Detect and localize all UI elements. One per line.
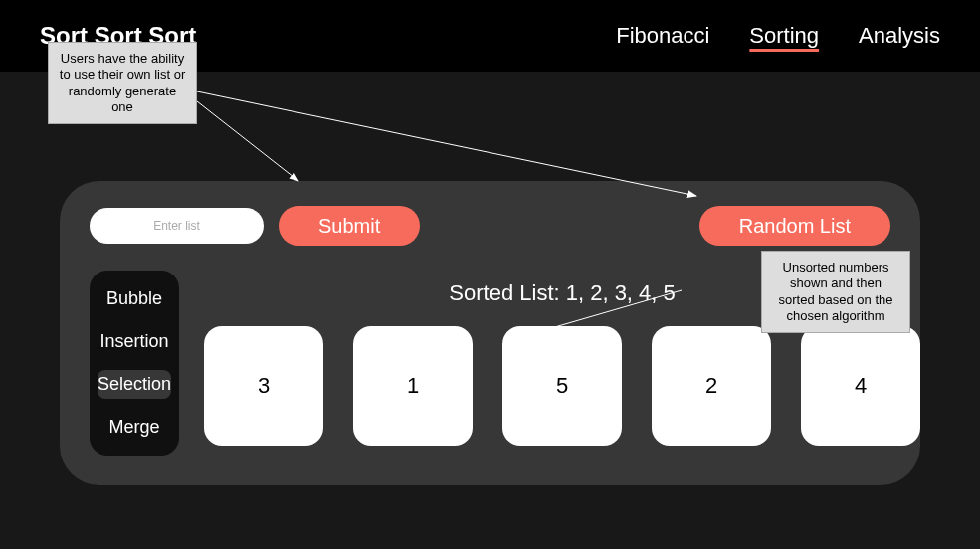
random-list-button[interactable]: Random List <box>699 206 890 246</box>
card: 5 <box>502 326 622 446</box>
svg-line-0 <box>197 101 298 181</box>
callout-cards: Unsorted numbers shown and then sorted b… <box>761 251 910 333</box>
card: 3 <box>204 326 323 446</box>
nav-sorting[interactable]: Sorting <box>749 23 819 49</box>
callout-input: Users have the ability to use their own … <box>48 42 197 124</box>
algo-selection[interactable]: Selection <box>98 370 171 399</box>
panel: Submit Random List Bubble Insertion Sele… <box>60 181 920 485</box>
nav: Fibonacci Sorting Analysis <box>616 23 940 49</box>
submit-button[interactable]: Submit <box>279 206 420 246</box>
algo-bubble[interactable]: Bubble <box>98 284 171 313</box>
algo-merge[interactable]: Merge <box>98 413 171 442</box>
algo-insertion[interactable]: Insertion <box>98 327 171 356</box>
nav-fibonacci[interactable]: Fibonacci <box>616 23 709 49</box>
controls-row: Submit Random List <box>90 206 890 246</box>
card: 2 <box>652 326 771 446</box>
card: 1 <box>353 326 473 446</box>
nav-analysis[interactable]: Analysis <box>859 23 940 49</box>
cards-row: 3 1 5 2 4 <box>204 326 920 446</box>
card: 4 <box>801 326 920 446</box>
main: Users have the ability to use their own … <box>0 72 980 525</box>
algorithm-list: Bubble Insertion Selection Merge <box>90 271 179 456</box>
list-input[interactable] <box>90 208 264 244</box>
